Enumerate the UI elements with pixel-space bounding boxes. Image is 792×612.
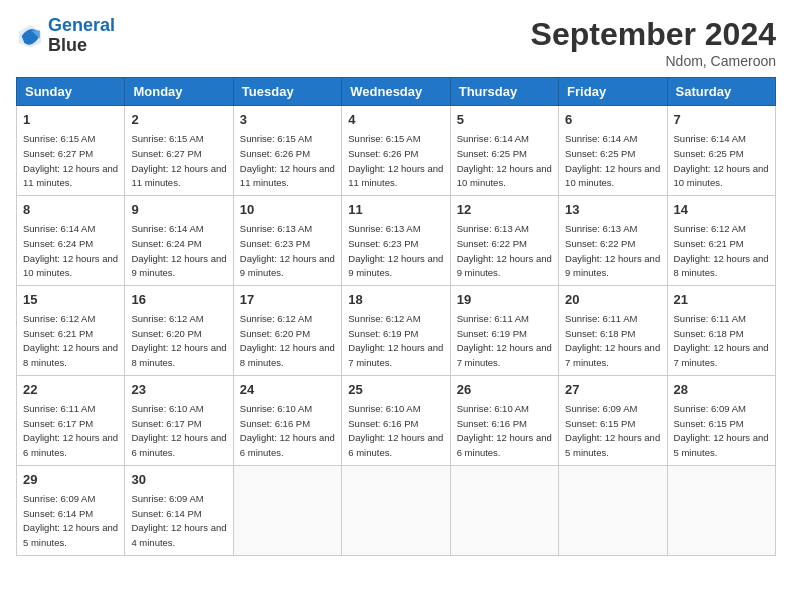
- calendar-day-cell: [233, 465, 341, 555]
- day-number: 3: [240, 111, 335, 129]
- calendar-day-cell: 16Sunrise: 6:12 AMSunset: 6:20 PMDayligh…: [125, 285, 233, 375]
- day-info: Sunrise: 6:14 AMSunset: 6:24 PMDaylight:…: [131, 223, 226, 278]
- weekday-header: Saturday: [667, 78, 775, 106]
- calendar-day-cell: 12Sunrise: 6:13 AMSunset: 6:22 PMDayligh…: [450, 195, 558, 285]
- day-info: Sunrise: 6:11 AMSunset: 6:17 PMDaylight:…: [23, 403, 118, 458]
- location: Ndom, Cameroon: [531, 53, 776, 69]
- day-info: Sunrise: 6:10 AMSunset: 6:17 PMDaylight:…: [131, 403, 226, 458]
- calendar-day-cell: 22Sunrise: 6:11 AMSunset: 6:17 PMDayligh…: [17, 375, 125, 465]
- weekday-header: Thursday: [450, 78, 558, 106]
- calendar-day-cell: 5Sunrise: 6:14 AMSunset: 6:25 PMDaylight…: [450, 106, 558, 196]
- calendar-day-cell: 6Sunrise: 6:14 AMSunset: 6:25 PMDaylight…: [559, 106, 667, 196]
- day-info: Sunrise: 6:12 AMSunset: 6:21 PMDaylight:…: [674, 223, 769, 278]
- calendar-day-cell: 23Sunrise: 6:10 AMSunset: 6:17 PMDayligh…: [125, 375, 233, 465]
- day-number: 4: [348, 111, 443, 129]
- day-info: Sunrise: 6:11 AMSunset: 6:18 PMDaylight:…: [674, 313, 769, 368]
- logo-text: General Blue: [48, 16, 115, 56]
- day-info: Sunrise: 6:15 AMSunset: 6:26 PMDaylight:…: [240, 133, 335, 188]
- day-info: Sunrise: 6:14 AMSunset: 6:25 PMDaylight:…: [565, 133, 660, 188]
- calendar-day-cell: 10Sunrise: 6:13 AMSunset: 6:23 PMDayligh…: [233, 195, 341, 285]
- day-number: 29: [23, 471, 118, 489]
- calendar-week-row: 1Sunrise: 6:15 AMSunset: 6:27 PMDaylight…: [17, 106, 776, 196]
- day-number: 25: [348, 381, 443, 399]
- calendar-day-cell: 25Sunrise: 6:10 AMSunset: 6:16 PMDayligh…: [342, 375, 450, 465]
- calendar-day-cell: 20Sunrise: 6:11 AMSunset: 6:18 PMDayligh…: [559, 285, 667, 375]
- day-number: 2: [131, 111, 226, 129]
- day-info: Sunrise: 6:10 AMSunset: 6:16 PMDaylight:…: [240, 403, 335, 458]
- calendar-day-cell: [667, 465, 775, 555]
- day-info: Sunrise: 6:12 AMSunset: 6:21 PMDaylight:…: [23, 313, 118, 368]
- day-info: Sunrise: 6:14 AMSunset: 6:25 PMDaylight:…: [674, 133, 769, 188]
- calendar-week-row: 22Sunrise: 6:11 AMSunset: 6:17 PMDayligh…: [17, 375, 776, 465]
- calendar-day-cell: 7Sunrise: 6:14 AMSunset: 6:25 PMDaylight…: [667, 106, 775, 196]
- day-info: Sunrise: 6:11 AMSunset: 6:18 PMDaylight:…: [565, 313, 660, 368]
- day-info: Sunrise: 6:12 AMSunset: 6:19 PMDaylight:…: [348, 313, 443, 368]
- day-number: 14: [674, 201, 769, 219]
- day-number: 20: [565, 291, 660, 309]
- logo: General Blue: [16, 16, 115, 56]
- calendar-header: SundayMondayTuesdayWednesdayThursdayFrid…: [17, 78, 776, 106]
- day-number: 19: [457, 291, 552, 309]
- weekday-header: Sunday: [17, 78, 125, 106]
- calendar-day-cell: [559, 465, 667, 555]
- day-number: 5: [457, 111, 552, 129]
- day-number: 15: [23, 291, 118, 309]
- page-header: General Blue September 2024 Ndom, Camero…: [16, 16, 776, 69]
- day-info: Sunrise: 6:12 AMSunset: 6:20 PMDaylight:…: [240, 313, 335, 368]
- calendar-day-cell: 27Sunrise: 6:09 AMSunset: 6:15 PMDayligh…: [559, 375, 667, 465]
- calendar-week-row: 15Sunrise: 6:12 AMSunset: 6:21 PMDayligh…: [17, 285, 776, 375]
- day-number: 26: [457, 381, 552, 399]
- calendar-day-cell: 19Sunrise: 6:11 AMSunset: 6:19 PMDayligh…: [450, 285, 558, 375]
- calendar-week-row: 8Sunrise: 6:14 AMSunset: 6:24 PMDaylight…: [17, 195, 776, 285]
- day-number: 10: [240, 201, 335, 219]
- calendar-day-cell: 2Sunrise: 6:15 AMSunset: 6:27 PMDaylight…: [125, 106, 233, 196]
- day-info: Sunrise: 6:15 AMSunset: 6:26 PMDaylight:…: [348, 133, 443, 188]
- day-number: 18: [348, 291, 443, 309]
- day-number: 7: [674, 111, 769, 129]
- day-number: 11: [348, 201, 443, 219]
- header-row: SundayMondayTuesdayWednesdayThursdayFrid…: [17, 78, 776, 106]
- day-info: Sunrise: 6:13 AMSunset: 6:22 PMDaylight:…: [457, 223, 552, 278]
- month-title: September 2024: [531, 16, 776, 53]
- day-number: 13: [565, 201, 660, 219]
- calendar-day-cell: 30Sunrise: 6:09 AMSunset: 6:14 PMDayligh…: [125, 465, 233, 555]
- weekday-header: Monday: [125, 78, 233, 106]
- calendar-week-row: 29Sunrise: 6:09 AMSunset: 6:14 PMDayligh…: [17, 465, 776, 555]
- calendar-body: 1Sunrise: 6:15 AMSunset: 6:27 PMDaylight…: [17, 106, 776, 556]
- day-number: 30: [131, 471, 226, 489]
- logo-icon: [16, 22, 44, 50]
- day-info: Sunrise: 6:14 AMSunset: 6:25 PMDaylight:…: [457, 133, 552, 188]
- day-number: 8: [23, 201, 118, 219]
- calendar-table: SundayMondayTuesdayWednesdayThursdayFrid…: [16, 77, 776, 556]
- day-info: Sunrise: 6:15 AMSunset: 6:27 PMDaylight:…: [131, 133, 226, 188]
- weekday-header: Wednesday: [342, 78, 450, 106]
- day-info: Sunrise: 6:11 AMSunset: 6:19 PMDaylight:…: [457, 313, 552, 368]
- day-number: 12: [457, 201, 552, 219]
- day-info: Sunrise: 6:09 AMSunset: 6:14 PMDaylight:…: [131, 493, 226, 548]
- day-number: 17: [240, 291, 335, 309]
- calendar-day-cell: 18Sunrise: 6:12 AMSunset: 6:19 PMDayligh…: [342, 285, 450, 375]
- calendar-day-cell: [342, 465, 450, 555]
- day-number: 28: [674, 381, 769, 399]
- day-number: 24: [240, 381, 335, 399]
- calendar-day-cell: 21Sunrise: 6:11 AMSunset: 6:18 PMDayligh…: [667, 285, 775, 375]
- day-number: 23: [131, 381, 226, 399]
- title-block: September 2024 Ndom, Cameroon: [531, 16, 776, 69]
- day-number: 1: [23, 111, 118, 129]
- weekday-header: Tuesday: [233, 78, 341, 106]
- calendar-day-cell: 14Sunrise: 6:12 AMSunset: 6:21 PMDayligh…: [667, 195, 775, 285]
- day-number: 27: [565, 381, 660, 399]
- day-number: 22: [23, 381, 118, 399]
- calendar-day-cell: 3Sunrise: 6:15 AMSunset: 6:26 PMDaylight…: [233, 106, 341, 196]
- calendar-day-cell: 13Sunrise: 6:13 AMSunset: 6:22 PMDayligh…: [559, 195, 667, 285]
- calendar-day-cell: 15Sunrise: 6:12 AMSunset: 6:21 PMDayligh…: [17, 285, 125, 375]
- calendar-day-cell: 4Sunrise: 6:15 AMSunset: 6:26 PMDaylight…: [342, 106, 450, 196]
- day-number: 21: [674, 291, 769, 309]
- day-info: Sunrise: 6:14 AMSunset: 6:24 PMDaylight:…: [23, 223, 118, 278]
- day-info: Sunrise: 6:10 AMSunset: 6:16 PMDaylight:…: [457, 403, 552, 458]
- calendar-day-cell: 9Sunrise: 6:14 AMSunset: 6:24 PMDaylight…: [125, 195, 233, 285]
- day-info: Sunrise: 6:09 AMSunset: 6:15 PMDaylight:…: [565, 403, 660, 458]
- day-info: Sunrise: 6:12 AMSunset: 6:20 PMDaylight:…: [131, 313, 226, 368]
- calendar-day-cell: 29Sunrise: 6:09 AMSunset: 6:14 PMDayligh…: [17, 465, 125, 555]
- day-number: 16: [131, 291, 226, 309]
